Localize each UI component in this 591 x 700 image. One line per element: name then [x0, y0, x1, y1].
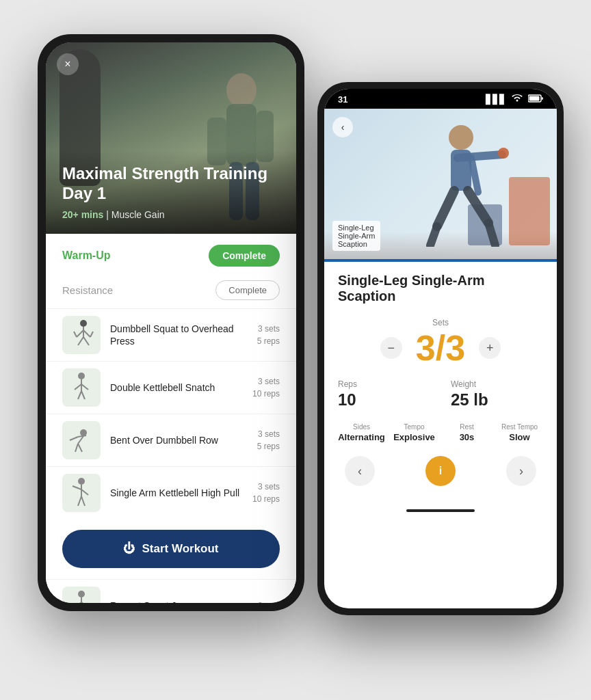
exercise-thumbnail: [62, 474, 101, 512]
reps-label: Reps: [338, 379, 430, 389]
svg-line-11: [83, 337, 89, 345]
exercise-item[interactable]: Dumbbell Squat to Overhead Press 3 sets …: [46, 308, 296, 361]
resistance-complete-button[interactable]: Complete: [215, 280, 280, 300]
duration: 20+ mins: [62, 209, 103, 220]
prev-exercise-button[interactable]: ‹: [345, 456, 375, 486]
rest-tempo-label: Rest Tempo: [496, 423, 543, 431]
back-button[interactable]: ‹: [332, 117, 353, 137]
sets-count: 3 sets: [258, 600, 280, 603]
exercise-info: Bent Over Dumbbell Row: [110, 434, 257, 446]
svg-point-26: [78, 478, 85, 485]
exercise-sets: 3 sets 10 reps: [252, 375, 280, 400]
resistance-header: Resistance Complete: [46, 275, 296, 308]
exercise-name: Double Kettlebell Snatch: [110, 381, 252, 394]
weight-label: Weight: [451, 379, 543, 389]
category: Muscle Gain: [111, 209, 165, 220]
status-indicators: ▋▋▋: [486, 94, 543, 105]
svg-line-25: [78, 444, 82, 452]
exercise-info: Double Kettlebell Snatch: [110, 381, 252, 394]
decrease-sets-button[interactable]: −: [380, 337, 402, 359]
svg-point-14: [78, 373, 85, 379]
exercise-thumbnail: [62, 587, 101, 603]
weight-stat: Weight 25 lb: [451, 379, 543, 409]
start-button-container: ⏻ Start Workout: [46, 519, 296, 579]
sets-slash: /: [436, 328, 445, 368]
resistance-label: Resistance: [62, 284, 113, 296]
sets-row: − 3/3 +: [338, 330, 543, 366]
exercise-item[interactable]: Double Kettlebell Snatch 3 sets 10 reps: [46, 361, 296, 414]
reps-count: 10 reps: [252, 388, 280, 400]
sets-display: 3/3: [416, 330, 465, 366]
phone2-screen: 31 ▋▋▋: [324, 89, 557, 608]
workout-title: Maximal Strength Training Day 1: [62, 164, 280, 204]
svg-line-44: [471, 158, 478, 192]
home-bar: [406, 509, 475, 512]
warmup-header: Warm-Up Complete: [46, 234, 296, 275]
reps-value: 10: [338, 390, 430, 409]
exercise-info: Repeat Squat Jumps: [110, 600, 258, 603]
scene: × Maximal Strength Training Day 1 20+ mi…: [0, 0, 591, 700]
exercise-name: Repeat Squat Jumps: [110, 600, 258, 603]
person-silhouette: [393, 117, 516, 247]
sets-count: 3 sets: [252, 481, 280, 493]
svg-line-28: [73, 486, 81, 489]
svg-line-24: [75, 444, 78, 452]
start-workout-button[interactable]: ⏻ Start Workout: [62, 530, 280, 568]
nav-row: ‹ i ›: [338, 456, 543, 486]
phone1-screen: × Maximal Strength Training Day 1 20+ mi…: [46, 42, 296, 603]
svg-line-23: [78, 435, 86, 437]
exercise-sets: 3 sets 10 reps: [252, 481, 280, 505]
svg-point-43: [498, 148, 509, 159]
rest-tempo-detail: Rest Tempo Slow: [496, 423, 543, 442]
rest-tempo-value: Slow: [496, 432, 543, 442]
sides-value: Alternating: [338, 432, 385, 442]
svg-point-0: [226, 73, 257, 107]
svg-line-34: [75, 602, 81, 603]
tempo-label: Tempo: [391, 423, 438, 431]
next-exercise-button[interactable]: ›: [506, 456, 536, 486]
increase-sets-button[interactable]: +: [479, 337, 501, 359]
exercise-sets: 3 sets: [258, 600, 280, 603]
svg-line-31: [81, 496, 85, 506]
svg-line-42: [458, 154, 502, 158]
close-button[interactable]: ×: [57, 53, 79, 75]
svg-point-40: [449, 125, 473, 150]
wifi-icon: [512, 94, 523, 105]
svg-point-6: [80, 320, 87, 327]
meta-separator: |: [106, 209, 111, 220]
hero-section: × Maximal Strength Training Day 1 20+ mi…: [46, 42, 296, 234]
tempo-detail: Tempo Explosive: [391, 423, 438, 442]
sets-count: 3 sets: [257, 323, 280, 335]
exercise-item[interactable]: Bent Over Dumbbell Row 3 sets 5 reps: [46, 414, 296, 466]
exercise-figure: [64, 589, 98, 603]
exercise-item[interactable]: Single Arm Kettlebell High Pull 3 sets 1…: [46, 466, 296, 519]
svg-line-30: [78, 496, 81, 506]
svg-point-32: [78, 591, 85, 597]
warmup-complete-button[interactable]: Complete: [209, 245, 280, 267]
exercise-info: Dumbbell Squat to Overhead Press: [110, 323, 257, 347]
svg-line-22: [70, 437, 78, 440]
phone1-device: × Maximal Strength Training Day 1 20+ mi…: [38, 34, 304, 611]
hero-exercise-label: Single-Leg Single-Arm Scaption: [332, 221, 380, 251]
rest-label: Rest: [443, 423, 490, 431]
tempo-value: Explosive: [391, 432, 438, 442]
exercise-figure: [64, 423, 98, 457]
sets-count: 3 sets: [252, 375, 280, 388]
profile-button[interactable]: i: [425, 456, 456, 486]
profile-icon: i: [439, 465, 442, 477]
svg-line-18: [78, 391, 81, 399]
overflow-exercise-item[interactable]: Repeat Squat Jumps 3 sets: [46, 579, 296, 603]
sets-count: 3 sets: [257, 428, 280, 440]
svg-line-8: [77, 330, 83, 337]
svg-line-17: [81, 384, 88, 390]
svg-line-10: [78, 337, 83, 345]
exercise-sets: 3 sets 5 reps: [257, 428, 280, 453]
svg-line-35: [81, 602, 88, 603]
exercise-figure: [64, 476, 98, 510]
start-label: Start Workout: [142, 542, 218, 556]
status-time: 31: [338, 94, 347, 105]
svg-line-12: [74, 332, 77, 337]
exercise-thumbnail: [62, 421, 101, 459]
hero-overlay: Maximal Strength Training Day 1 20+ mins…: [46, 150, 296, 234]
exercise-figure: [64, 371, 98, 405]
